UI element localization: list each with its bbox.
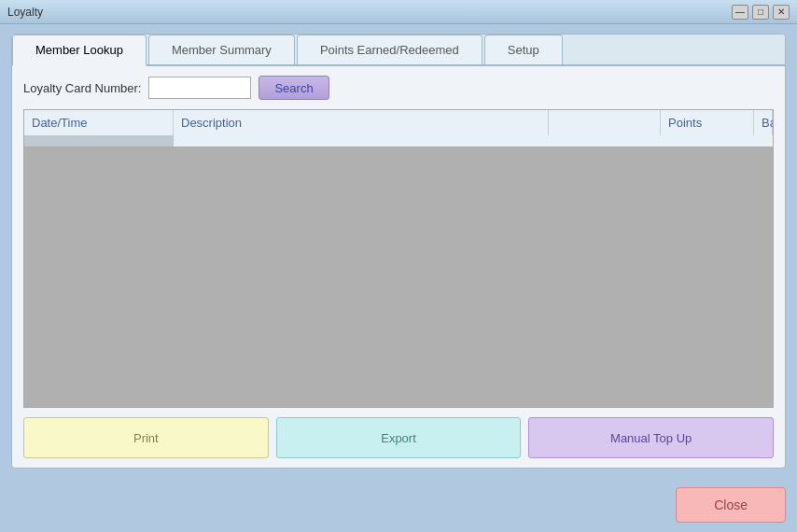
col-header-datetime: Date/Time [24, 110, 174, 135]
tab-member-lookup[interactable]: Member Lookup [12, 35, 147, 66]
col-header-balance: Balance [754, 110, 773, 135]
table-header: Date/Time Description Points Balance [24, 110, 773, 147]
search-row: Loyalty Card Number: Search [23, 76, 774, 100]
title-bar: Loyalty — □ ✕ [0, 0, 797, 24]
window-title: Loyalty [7, 6, 43, 19]
footer: Close [0, 478, 797, 532]
col-header-empty [549, 110, 661, 135]
minimize-button[interactable]: — [732, 5, 748, 20]
close-button[interactable]: Close [676, 487, 786, 523]
action-buttons: Print Export Manual Top Up [23, 417, 774, 458]
maximize-button[interactable]: □ [752, 5, 769, 20]
col-header-scrollbar-placeholder [24, 135, 174, 147]
manual-topup-button[interactable]: Manual Top Up [528, 417, 774, 458]
col-header-description: Description [174, 110, 549, 135]
tab-points-earned-redeemed[interactable]: Points Earned/Redeemed [297, 35, 482, 64]
window-panel: Member Lookup Member Summary Points Earn… [11, 34, 786, 469]
main-content: Member Lookup Member Summary Points Earn… [0, 24, 797, 478]
loyalty-card-input[interactable] [148, 77, 251, 99]
tab-bar: Member Lookup Member Summary Points Earn… [12, 35, 785, 66]
export-button[interactable]: Export [276, 417, 522, 458]
search-button[interactable]: Search [259, 76, 329, 100]
title-bar-controls: — □ ✕ [732, 5, 790, 20]
tab-content-member-lookup: Loyalty Card Number: Search Date/Time De… [12, 66, 785, 468]
data-table: Date/Time Description Points Balance [23, 109, 774, 408]
close-button[interactable]: ✕ [773, 5, 790, 20]
col-header-points: Points [661, 110, 754, 135]
loyalty-card-label: Loyalty Card Number: [23, 81, 141, 95]
tab-setup[interactable]: Setup [484, 35, 563, 64]
tab-member-summary[interactable]: Member Summary [148, 35, 295, 64]
table-body [24, 147, 773, 408]
print-button[interactable]: Print [23, 417, 269, 458]
